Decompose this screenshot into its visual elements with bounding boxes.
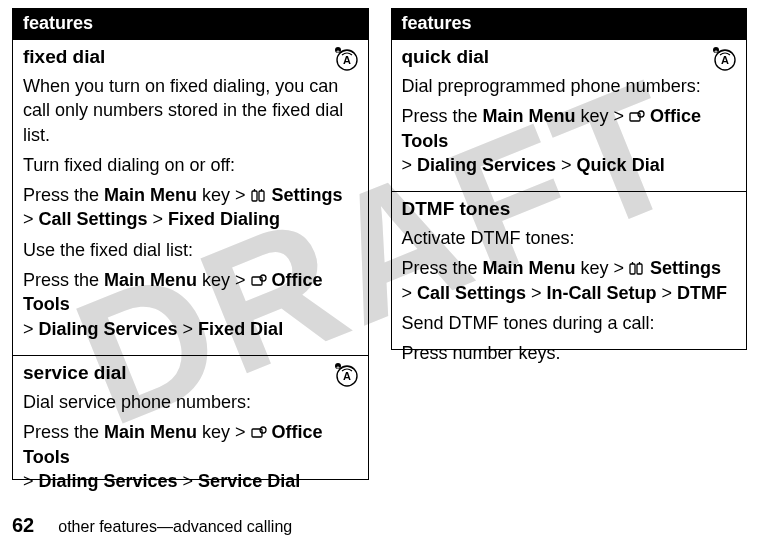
row-title: service dial <box>23 362 358 384</box>
network-badge-icon: A + <box>712 46 738 72</box>
row-fixed-dial: A + fixed dial When you turn on fixed di… <box>13 40 368 356</box>
body-text: Press number keys. <box>402 341 737 365</box>
right-column: features A + quick dial Dial preprogramm… <box>391 8 748 350</box>
nav-path: Press the Main Menu key > Office Tools >… <box>23 268 358 341</box>
nav-path: Press the Main Menu key > Settings > Cal… <box>23 183 358 232</box>
menu-item: Call Settings <box>39 209 148 229</box>
text: key > <box>197 270 251 290</box>
svg-text:+: + <box>336 48 340 54</box>
svg-rect-22 <box>630 264 635 274</box>
menu-item: Quick Dial <box>577 155 665 175</box>
text: > <box>23 319 39 339</box>
text: > <box>178 471 199 491</box>
svg-text:A: A <box>343 370 351 382</box>
menu-item: Dialing Services <box>39 319 178 339</box>
menu-item: Fixed Dialing <box>168 209 280 229</box>
text: > <box>148 209 169 229</box>
text: > <box>657 283 678 303</box>
svg-point-15 <box>260 427 266 433</box>
menu-item: Service Dial <box>198 471 300 491</box>
menu-key: Main Menu <box>483 258 576 278</box>
text: Press the <box>23 270 104 290</box>
left-column: features A + fixed dial When you turn on… <box>12 8 369 480</box>
menu-item: Fixed Dial <box>198 319 283 339</box>
text: > <box>526 283 547 303</box>
body-text: Dial preprogrammed phone numbers: <box>402 74 737 98</box>
menu-item: Dialing Services <box>39 471 178 491</box>
row-title: quick dial <box>402 46 737 68</box>
settings-icon <box>629 262 645 276</box>
nav-path: Press the Main Menu key > Settings > Cal… <box>402 256 737 305</box>
text: > <box>402 283 418 303</box>
text: Press the <box>402 258 483 278</box>
network-badge-icon: A + <box>334 362 360 388</box>
menu-key: Main Menu <box>483 106 576 126</box>
row-body: Dial preprogrammed phone numbers: Press … <box>402 74 737 177</box>
row-body: Dial service phone numbers: Press the Ma… <box>23 390 358 493</box>
nav-path: Press the Main Menu key > Office Tools >… <box>402 104 737 177</box>
nav-path: Press the Main Menu key > Office Tools >… <box>23 420 358 493</box>
page-number: 62 <box>12 514 34 537</box>
left-header: features <box>13 9 368 40</box>
row-body: When you turn on fixed dialing, you can … <box>23 74 358 341</box>
body-text: Dial service phone numbers: <box>23 390 358 414</box>
text: > <box>23 209 39 229</box>
text: key > <box>197 185 251 205</box>
menu-key: Main Menu <box>104 185 197 205</box>
office-tools-icon <box>251 426 267 440</box>
menu-item: In-Call Setup <box>547 283 657 303</box>
row-title: DTMF tones <box>402 198 737 220</box>
network-badge-icon: A + <box>334 46 360 72</box>
office-tools-icon <box>251 274 267 288</box>
text: > <box>556 155 577 175</box>
body-text: Turn fixed dialing on or off: <box>23 153 358 177</box>
text: > <box>402 155 418 175</box>
svg-rect-5 <box>259 191 264 201</box>
menu-key: Main Menu <box>104 270 197 290</box>
footer-text: other features—advanced calling <box>58 518 292 536</box>
text: key > <box>576 106 630 126</box>
row-title: fixed dial <box>23 46 358 68</box>
body-text: When you turn on fixed dialing, you can … <box>23 74 358 147</box>
menu-item: Call Settings <box>417 283 526 303</box>
menu-item: Settings <box>272 185 343 205</box>
svg-point-21 <box>638 111 644 117</box>
page-body: features A + fixed dial When you turn on… <box>0 0 759 480</box>
row-service-dial: A + service dial Dial service phone numb… <box>13 356 368 507</box>
svg-text:A: A <box>721 54 729 66</box>
right-header: features <box>392 9 747 40</box>
menu-item: Settings <box>650 258 721 278</box>
svg-text:+: + <box>714 48 718 54</box>
text: > <box>178 319 199 339</box>
text: > <box>23 471 39 491</box>
svg-rect-23 <box>637 264 642 274</box>
text: Press the <box>23 422 104 442</box>
text: key > <box>197 422 251 442</box>
body-text: Send DTMF tones during a call: <box>402 311 737 335</box>
menu-item: DTMF <box>677 283 727 303</box>
row-body: Activate DTMF tones: Press the Main Menu… <box>402 226 737 365</box>
svg-text:A: A <box>343 54 351 66</box>
text: Press the <box>23 185 104 205</box>
settings-icon <box>251 189 267 203</box>
text: key > <box>576 258 630 278</box>
menu-key: Main Menu <box>104 422 197 442</box>
body-text: Use the fixed dial list: <box>23 238 358 262</box>
svg-text:+: + <box>336 363 340 369</box>
office-tools-icon <box>629 110 645 124</box>
text: Press the <box>402 106 483 126</box>
svg-rect-4 <box>252 191 257 201</box>
row-dtmf-tones: DTMF tones Activate DTMF tones: Press th… <box>392 192 747 379</box>
menu-item: Dialing Services <box>417 155 556 175</box>
page-footer: 62 other features—advanced calling <box>12 514 292 537</box>
svg-point-9 <box>260 275 266 281</box>
body-text: Activate DTMF tones: <box>402 226 737 250</box>
row-quick-dial: A + quick dial Dial preprogrammed phone … <box>392 40 747 192</box>
